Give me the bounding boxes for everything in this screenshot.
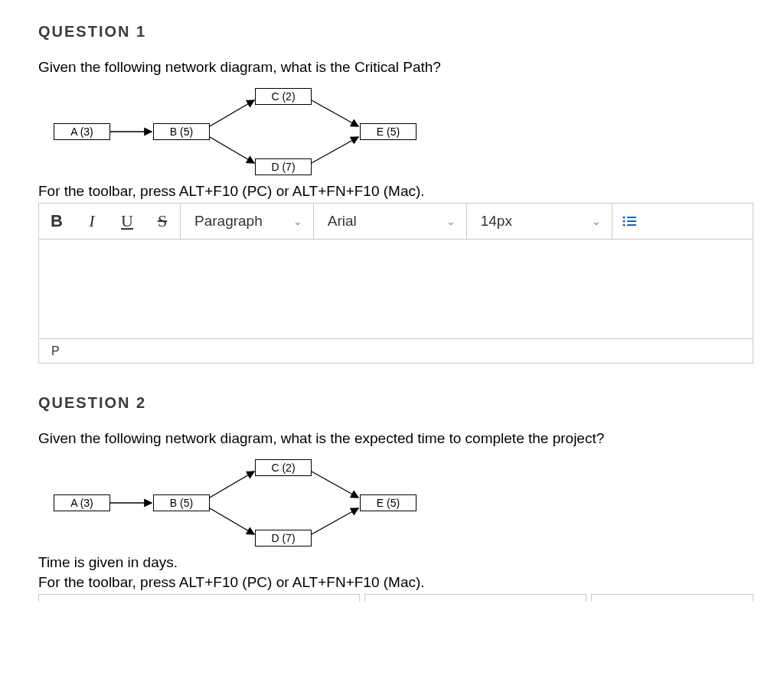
editor-toolbar-2-partial [38, 594, 753, 602]
chevron-down-icon: ⌄ [293, 215, 302, 227]
svg-point-5 [623, 216, 626, 218]
font-select[interactable]: Arial ⌄ [313, 204, 466, 239]
node-c: C (2) [255, 459, 312, 476]
question-2-title: QUESTION 2 [38, 394, 753, 412]
node-a: A (3) [54, 123, 110, 140]
toolbar-hint-2: For the toolbar, press ALT+F10 (PC) or A… [38, 574, 753, 591]
size-select[interactable]: 14px ⌄ [466, 204, 612, 239]
editor-statusbar: P [38, 339, 753, 364]
node-b: B (5) [153, 123, 210, 140]
more-tools-button[interactable] [612, 204, 647, 239]
chevron-down-icon: ⌄ [446, 215, 456, 227]
svg-line-12 [210, 472, 254, 498]
strike-button[interactable]: S [145, 204, 180, 239]
question-1-prompt: Given the following network diagram, wha… [38, 59, 753, 76]
toolbar-hint-1: For the toolbar, press ALT+F10 (PC) or A… [38, 183, 753, 200]
node-e: E (5) [360, 123, 416, 140]
status-path: P [51, 344, 60, 358]
editor-toolbar: B I U S Paragraph ⌄ Arial ⌄ 14px ⌄ [38, 203, 753, 240]
network-diagram-1: A (3) B (5) C (2) D (7) E (5) [38, 86, 753, 178]
answer-editor-1[interactable] [38, 240, 753, 339]
svg-line-2 [210, 137, 254, 163]
font-select-label: Arial [328, 213, 357, 230]
node-e: E (5) [360, 494, 416, 511]
question-2-prompt: Given the following network diagram, wha… [38, 430, 753, 447]
node-c: C (2) [255, 88, 312, 105]
svg-rect-6 [627, 217, 636, 218]
italic-button[interactable]: I [74, 204, 109, 239]
svg-line-1 [210, 100, 254, 126]
question-1-title: QUESTION 1 [38, 23, 753, 41]
bold-button[interactable]: B [39, 204, 74, 239]
list-icon [622, 215, 637, 227]
svg-point-9 [623, 224, 626, 226]
network-diagram-2: A (3) B (5) C (2) D (7) E (5) [38, 458, 753, 550]
size-select-label: 14px [481, 213, 512, 230]
chevron-down-icon: ⌄ [592, 215, 601, 227]
node-a: A (3) [54, 494, 110, 511]
svg-point-7 [623, 220, 626, 222]
time-note: Time is given in days. [38, 554, 753, 571]
svg-line-14 [312, 472, 358, 498]
node-b: B (5) [153, 494, 210, 511]
svg-line-3 [312, 100, 358, 126]
svg-line-4 [312, 137, 358, 163]
underline-button[interactable]: U [109, 204, 145, 239]
svg-rect-8 [627, 220, 636, 222]
node-d: D (7) [255, 530, 312, 547]
svg-line-15 [312, 508, 358, 534]
svg-rect-10 [627, 224, 636, 226]
paragraph-select[interactable]: Paragraph ⌄ [180, 204, 313, 239]
node-d: D (7) [255, 158, 312, 175]
svg-line-13 [210, 508, 254, 534]
paragraph-select-label: Paragraph [194, 213, 263, 230]
